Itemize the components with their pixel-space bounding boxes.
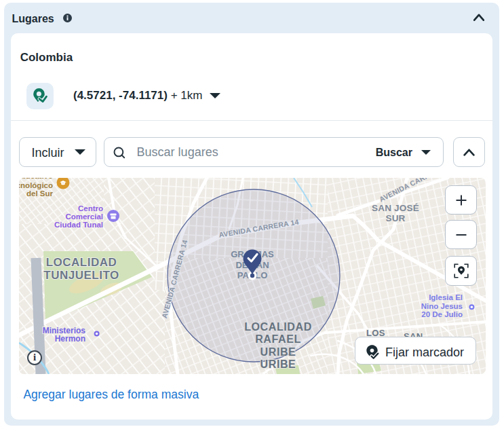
svg-text:Hermon: Hermon <box>55 334 85 344</box>
svg-text:Nino Jesus: Nino Jesus <box>421 302 463 310</box>
svg-text:LOCALIDAD: LOCALIDAD <box>46 256 117 269</box>
svg-text:cnológico: cnológico <box>19 181 53 189</box>
svg-text:URIBE: URIBE <box>260 358 296 370</box>
svg-text:LOCALIDAD: LOCALIDAD <box>244 321 312 333</box>
svg-text:URIBE: URIBE <box>260 346 296 358</box>
svg-text:SUR: SUR <box>385 213 405 223</box>
svg-text:RAFAEL: RAFAEL <box>255 333 301 345</box>
svg-text:SAN JOSÉ: SAN JOSÉ <box>372 203 419 213</box>
svg-text:Ciudad Tunal: Ciudad Tunal <box>54 221 103 229</box>
svg-text:Comercial: Comercial <box>65 212 103 221</box>
svg-text:20 De Julio: 20 De Julio <box>421 310 463 318</box>
svg-text:Centro: Centro <box>78 204 103 212</box>
svg-text:del Sur: del Sur <box>26 189 54 198</box>
svg-text:Iglesia El: Iglesia El <box>429 293 463 301</box>
svg-text:TUNJUELITO: TUNJUELITO <box>43 269 119 282</box>
svg-text:tituto Educativo: tituto Educativo <box>19 178 53 180</box>
